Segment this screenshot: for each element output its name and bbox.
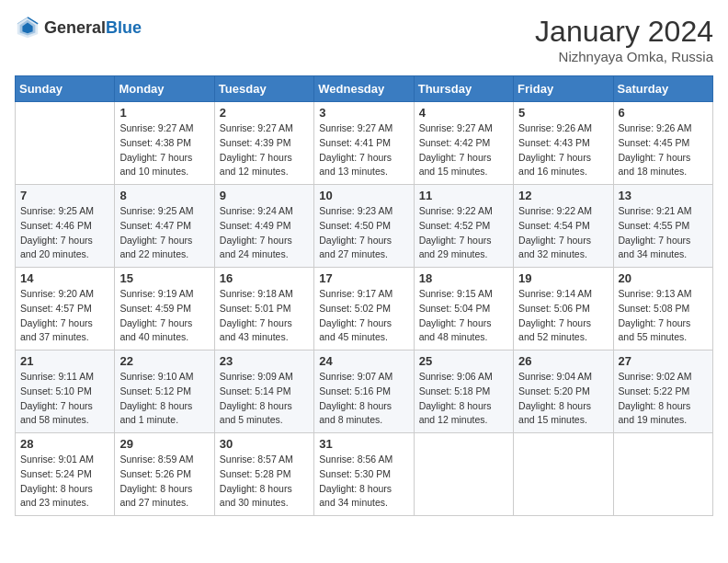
day-info: Sunrise: 8:59 AMSunset: 5:26 PMDaylight:…	[119, 453, 209, 511]
sunrise-text: Sunrise: 9:13 AM	[619, 288, 692, 299]
sunset-text: Sunset: 5:04 PM	[419, 303, 491, 314]
daylight-text: Daylight: 7 hours and 18 minutes.	[619, 152, 691, 178]
day-number: 20	[619, 271, 708, 285]
day-number: 17	[319, 271, 408, 285]
calendar-cell: 3Sunrise: 9:27 AMSunset: 4:41 PMDaylight…	[314, 102, 414, 185]
calendar-cell: 14Sunrise: 9:20 AMSunset: 4:57 PMDayligh…	[16, 268, 115, 350]
sunset-text: Sunset: 5:08 PM	[619, 303, 690, 314]
sunrise-text: Sunrise: 9:01 AM	[20, 454, 94, 465]
day-info: Sunrise: 9:09 AMSunset: 5:14 PMDaylight:…	[220, 370, 309, 428]
day-info: Sunrise: 9:25 AMSunset: 4:46 PMDaylight:…	[20, 204, 109, 262]
calendar-cell: 25Sunrise: 9:06 AMSunset: 5:18 PMDayligh…	[414, 350, 513, 433]
calendar-cell: 2Sunrise: 9:27 AMSunset: 4:39 PMDaylight…	[214, 102, 313, 185]
calendar-cell: 18Sunrise: 9:15 AMSunset: 5:04 PMDayligh…	[414, 268, 513, 350]
daylight-text: Daylight: 7 hours and 45 minutes.	[319, 317, 392, 343]
sunset-text: Sunset: 5:10 PM	[20, 385, 92, 396]
sunrise-text: Sunrise: 8:59 AM	[119, 454, 193, 465]
daylight-text: Daylight: 7 hours and 40 minutes.	[119, 317, 192, 343]
calendar-cell: 4Sunrise: 9:27 AMSunset: 4:42 PMDaylight…	[414, 102, 513, 185]
calendar-cell: 30Sunrise: 8:57 AMSunset: 5:28 PMDayligh…	[214, 433, 313, 516]
daylight-text: Daylight: 8 hours and 34 minutes.	[319, 483, 392, 509]
sunrise-text: Sunrise: 8:56 AM	[319, 454, 392, 465]
day-number: 28	[20, 437, 109, 451]
daylight-text: Daylight: 7 hours and 12 minutes.	[220, 152, 292, 178]
day-number: 23	[220, 354, 309, 368]
sunset-text: Sunset: 5:30 PM	[319, 468, 391, 479]
day-info: Sunrise: 9:04 AMSunset: 5:20 PMDaylight:…	[518, 370, 608, 428]
logo-general: General	[44, 18, 106, 37]
day-number: 6	[619, 106, 708, 120]
daylight-text: Daylight: 7 hours and 32 minutes.	[518, 235, 591, 260]
calendar-cell: 7Sunrise: 9:25 AMSunset: 4:46 PMDaylight…	[16, 185, 115, 268]
logo-text: GeneralBlue	[44, 18, 142, 38]
daylight-text: Daylight: 7 hours and 27 minutes.	[319, 235, 392, 260]
day-info: Sunrise: 8:56 AMSunset: 5:30 PMDaylight:…	[319, 453, 408, 511]
daylight-text: Daylight: 8 hours and 1 minute.	[119, 400, 192, 426]
calendar-cell: 19Sunrise: 9:14 AMSunset: 5:06 PMDayligh…	[514, 268, 613, 350]
calendar-week-row: 28Sunrise: 9:01 AMSunset: 5:24 PMDayligh…	[16, 433, 713, 516]
day-number: 10	[319, 189, 408, 202]
day-info: Sunrise: 9:27 AMSunset: 4:38 PMDaylight:…	[119, 121, 209, 179]
sunset-text: Sunset: 4:43 PM	[518, 137, 590, 148]
day-number: 12	[518, 189, 608, 202]
sunrise-text: Sunrise: 9:11 AM	[20, 371, 94, 382]
sunrise-text: Sunrise: 9:06 AM	[419, 371, 493, 382]
sunset-text: Sunset: 5:22 PM	[619, 385, 690, 396]
day-info: Sunrise: 9:13 AMSunset: 5:08 PMDaylight:…	[619, 287, 708, 345]
calendar-cell: 31Sunrise: 8:56 AMSunset: 5:30 PMDayligh…	[314, 433, 414, 516]
sunset-text: Sunset: 4:38 PM	[119, 137, 191, 148]
sunrise-text: Sunrise: 9:07 AM	[319, 371, 392, 382]
day-info: Sunrise: 9:06 AMSunset: 5:18 PMDaylight:…	[419, 370, 508, 428]
weekday-header: Sunday	[16, 76, 115, 102]
day-number: 1	[119, 106, 209, 120]
sunset-text: Sunset: 5:01 PM	[220, 303, 291, 314]
day-number: 21	[20, 354, 109, 368]
sunset-text: Sunset: 5:28 PM	[220, 468, 291, 479]
day-number: 3	[319, 106, 408, 120]
calendar-cell: 27Sunrise: 9:02 AMSunset: 5:22 PMDayligh…	[613, 350, 712, 433]
day-info: Sunrise: 9:26 AMSunset: 4:43 PMDaylight:…	[518, 121, 608, 179]
day-info: Sunrise: 9:27 AMSunset: 4:39 PMDaylight:…	[220, 121, 309, 179]
day-info: Sunrise: 9:15 AMSunset: 5:04 PMDaylight:…	[419, 287, 508, 345]
sunrise-text: Sunrise: 9:22 AM	[518, 205, 592, 216]
day-number: 4	[419, 106, 508, 120]
sunrise-text: Sunrise: 9:27 AM	[119, 122, 193, 133]
sunset-text: Sunset: 5:02 PM	[319, 303, 391, 314]
day-info: Sunrise: 9:19 AMSunset: 4:59 PMDaylight:…	[119, 287, 209, 345]
day-number: 18	[419, 271, 508, 285]
day-info: Sunrise: 9:10 AMSunset: 5:12 PMDaylight:…	[119, 370, 209, 428]
calendar-cell: 22Sunrise: 9:10 AMSunset: 5:12 PMDayligh…	[115, 350, 214, 433]
day-info: Sunrise: 9:02 AMSunset: 5:22 PMDaylight:…	[619, 370, 708, 428]
day-number: 24	[319, 354, 408, 368]
sunrise-text: Sunrise: 9:26 AM	[518, 122, 592, 133]
day-number: 26	[518, 354, 608, 368]
sunset-text: Sunset: 5:14 PM	[220, 385, 291, 396]
sunset-text: Sunset: 4:49 PM	[220, 220, 291, 231]
sunrise-text: Sunrise: 9:27 AM	[220, 122, 293, 133]
daylight-text: Daylight: 7 hours and 13 minutes.	[319, 152, 392, 178]
sunset-text: Sunset: 4:55 PM	[619, 220, 690, 231]
sunrise-text: Sunrise: 9:22 AM	[419, 205, 493, 216]
sunrise-text: Sunrise: 9:21 AM	[619, 205, 692, 216]
calendar-week-row: 21Sunrise: 9:11 AMSunset: 5:10 PMDayligh…	[16, 350, 713, 433]
sunrise-text: Sunrise: 9:15 AM	[419, 288, 493, 299]
weekday-header: Monday	[115, 76, 214, 102]
sunrise-text: Sunrise: 9:20 AM	[20, 288, 94, 299]
sunrise-text: Sunrise: 9:23 AM	[319, 205, 392, 216]
sunset-text: Sunset: 4:54 PM	[518, 220, 590, 231]
day-number: 7	[20, 189, 109, 202]
day-info: Sunrise: 9:21 AMSunset: 4:55 PMDaylight:…	[619, 204, 708, 262]
weekday-header: Saturday	[613, 76, 712, 102]
sunrise-text: Sunrise: 9:04 AM	[518, 371, 592, 382]
daylight-text: Daylight: 8 hours and 5 minutes.	[220, 400, 292, 426]
calendar-cell: 9Sunrise: 9:24 AMSunset: 4:49 PMDaylight…	[214, 185, 313, 268]
sunset-text: Sunset: 4:59 PM	[119, 303, 191, 314]
daylight-text: Daylight: 8 hours and 12 minutes.	[419, 400, 492, 426]
daylight-text: Daylight: 8 hours and 15 minutes.	[518, 400, 591, 426]
sunrise-text: Sunrise: 9:27 AM	[319, 122, 392, 133]
calendar-cell: 29Sunrise: 8:59 AMSunset: 5:26 PMDayligh…	[115, 433, 214, 516]
day-info: Sunrise: 9:11 AMSunset: 5:10 PMDaylight:…	[20, 370, 109, 428]
day-info: Sunrise: 9:27 AMSunset: 4:42 PMDaylight:…	[419, 121, 508, 179]
title-block: January 2024 Nizhnyaya Omka, Russia	[535, 15, 713, 64]
calendar-cell	[16, 102, 115, 185]
